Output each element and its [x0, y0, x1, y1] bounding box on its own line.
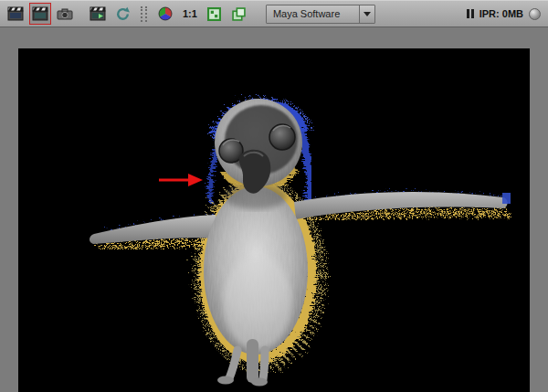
refresh-ipr-button[interactable]	[111, 3, 133, 25]
rgb-color-wheel-icon	[158, 6, 173, 21]
render-canvas[interactable]	[18, 48, 530, 392]
left-foot	[217, 376, 234, 385]
keep-image-button[interactable]	[204, 3, 226, 25]
right-wing-tip	[502, 193, 511, 204]
render-progress-sphere	[529, 8, 541, 20]
left-leg	[229, 350, 237, 378]
rgb-channels-button[interactable]	[154, 3, 176, 25]
rendered-bird	[90, 99, 511, 387]
snapshot-camera-icon	[57, 7, 73, 21]
real-size-button[interactable]: 1:1	[179, 3, 201, 25]
ipr-render-clapperboard-icon	[90, 6, 106, 21]
ipr-render-button[interactable]	[87, 3, 109, 25]
dotted-separator	[141, 6, 147, 22]
renderer-dropdown-button[interactable]	[359, 5, 374, 23]
dropdown-arrow-icon	[364, 12, 371, 16]
remove-image-icon	[232, 7, 246, 21]
render-button[interactable]	[5, 3, 26, 25]
render-frame	[0, 27, 548, 392]
right-foot	[251, 378, 268, 387]
snapshot-button[interactable]	[54, 3, 76, 25]
ipr-status-area: IPR: 0MB	[467, 8, 543, 20]
render-view-window: 1:1 Maya Software IPR: 0MB	[0, 0, 548, 392]
right-eye	[269, 124, 295, 150]
renderer-dropdown-value: Maya Software	[267, 5, 359, 23]
tail	[247, 339, 258, 383]
render-clapperboard-icon	[7, 6, 24, 21]
right-leg	[263, 350, 265, 379]
remove-image-button[interactable]	[228, 3, 250, 25]
pause-ipr-icon[interactable]	[467, 9, 474, 18]
render-region-clapperboard-icon	[32, 6, 48, 21]
renderer-dropdown[interactable]: Maya Software	[266, 5, 375, 24]
rendered-image	[18, 48, 530, 392]
refresh-ipr-icon	[115, 6, 131, 22]
render-region-button[interactable]	[29, 3, 51, 25]
ipr-memory-label: IPR: 0MB	[480, 8, 523, 19]
keep-image-icon	[207, 7, 221, 21]
render-view-toolbar: 1:1 Maya Software IPR: 0MB	[0, 0, 548, 27]
annotation-arrow	[159, 174, 203, 186]
